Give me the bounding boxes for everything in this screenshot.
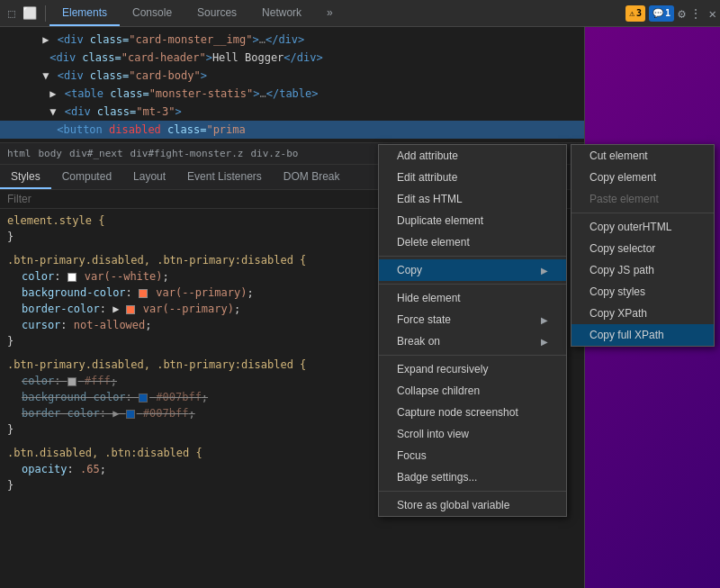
tree-line[interactable]: ▶ <div class="card-monster__img">…</div> (0, 31, 584, 49)
sub-copy-full-xpath[interactable]: Copy full XPath (572, 324, 714, 346)
tab-styles[interactable]: Styles (0, 165, 51, 189)
filter-input[interactable] (7, 193, 187, 205)
ctx-force-state-label: Force state (397, 313, 451, 326)
html-tree: ▶ <div class="card-monster__img">…</div>… (0, 27, 584, 143)
message-icon: 💬 (652, 8, 663, 18)
ctx-separator-3 (379, 355, 566, 356)
breadcrumb-next[interactable]: div#_next (69, 148, 123, 159)
tab-sources[interactable]: Sources (184, 0, 249, 26)
ctx-add-attribute[interactable]: Add attribute (379, 145, 566, 167)
breadcrumb-zbo[interactable]: div.z-bo (250, 148, 298, 159)
sub-copy-outerhtml[interactable]: Copy outerHTML (572, 216, 714, 238)
ctx-capture-screenshot[interactable]: Capture node screenshot (379, 402, 566, 423)
context-menu[interactable]: Add attribute Edit attribute Edit as HTM… (378, 144, 567, 517)
copy-submenu[interactable]: Cut element Copy element Paste element C… (571, 144, 715, 347)
ctx-expand-recursively[interactable]: Expand recursively (379, 358, 566, 380)
tree-line[interactable]: <div class="card-header">Hell Bogger</di… (0, 49, 584, 67)
warning-badge[interactable]: ⚠ 3 (626, 5, 645, 22)
ctx-break-on-label: Break on (397, 335, 440, 348)
ctx-store-global[interactable]: Store as global variable (379, 494, 566, 516)
ctx-break-on-arrow: ▶ (541, 337, 548, 347)
ctx-separator-2 (379, 284, 566, 285)
ctx-focus[interactable]: Focus (379, 445, 566, 466)
ctx-duplicate[interactable]: Duplicate element (379, 210, 566, 231)
tree-line[interactable]: ▶ <table class="monster-statis">…</table… (0, 85, 584, 103)
ctx-badge-settings[interactable]: Badge settings... (379, 466, 566, 488)
more-options-icon[interactable]: ⋮ (689, 6, 702, 21)
toolbar-actions: ⚠ 3 💬 1 ⚙ ⋮ ✕ (626, 5, 716, 22)
inspect-icon[interactable]: ⬚ (4, 5, 20, 22)
sub-cut-element[interactable]: Cut element (572, 145, 714, 167)
ctx-delete[interactable]: Delete element (379, 231, 566, 253)
tab-network[interactable]: Network (249, 0, 314, 26)
toolbar-icons: ⬚ ⬜ (4, 5, 46, 22)
sub-copy-styles[interactable]: Copy styles (572, 281, 714, 303)
sub-copy-xpath[interactable]: Copy XPath (572, 303, 714, 324)
tab-more[interactable]: » (314, 0, 346, 26)
breadcrumb-body[interactable]: body (39, 148, 63, 159)
toolbar-tabs: Elements Console Sources Network » (50, 0, 346, 26)
ctx-edit-attribute[interactable]: Edit attribute (379, 167, 566, 188)
devtools-panel: ▶ <div class="card-monster__img">…</div>… (0, 27, 585, 588)
message-count: 1 (665, 8, 670, 18)
ctx-force-state-arrow: ▶ (541, 315, 548, 325)
sub-copy-selector[interactable]: Copy selector (572, 238, 714, 259)
sub-separator-1 (572, 213, 714, 213)
devtools-toolbar: ⬚ ⬜ Elements Console Sources Network » ⚠… (0, 0, 720, 27)
ctx-edit-html[interactable]: Edit as HTML (379, 188, 566, 210)
warning-icon: ⚠ (629, 8, 634, 18)
close-icon[interactable]: ✕ (709, 6, 716, 21)
settings-icon[interactable]: ⚙ (678, 6, 685, 21)
breadcrumb-html[interactable]: html (7, 148, 32, 159)
tree-line-selected[interactable]: <button disabled class="prima (0, 121, 584, 139)
breadcrumb-fight[interactable]: div#fight-monster.z (130, 148, 244, 159)
tree-line[interactable]: ▼ <div class="card-body"> (0, 67, 584, 85)
tab-elements[interactable]: Elements (50, 0, 120, 26)
ctx-scroll-into-view[interactable]: Scroll into view (379, 423, 566, 445)
ctx-collapse-children[interactable]: Collapse children (379, 380, 566, 402)
tab-event-listeners[interactable]: Event Listeners (176, 165, 273, 189)
tree-line[interactable]: ▼ <div class="mt-3"> (0, 103, 584, 121)
message-badge[interactable]: 💬 1 (649, 5, 674, 22)
ctx-break-on[interactable]: Break on ▶ (379, 330, 566, 352)
ctx-separator-4 (379, 491, 566, 492)
ctx-force-state[interactable]: Force state ▶ (379, 309, 566, 330)
sub-copy-js-path[interactable]: Copy JS path (572, 259, 714, 281)
sub-copy-element[interactable]: Copy element (572, 167, 714, 188)
ctx-hide[interactable]: Hide element (379, 287, 566, 309)
main-layout: ▶ <div class="card-monster__img">…</div>… (0, 27, 720, 588)
tab-console[interactable]: Console (120, 0, 184, 26)
tab-layout[interactable]: Layout (122, 165, 176, 189)
tab-dom-breakpoints[interactable]: DOM Break (273, 165, 351, 189)
ctx-separator-1 (379, 256, 566, 257)
warning-count: 3 (636, 8, 642, 18)
ctx-copy-arrow: ▶ (541, 266, 548, 276)
sub-paste-element[interactable]: Paste element (572, 188, 714, 210)
ctx-copy[interactable]: Copy ▶ (379, 259, 566, 281)
ctx-copy-label: Copy (397, 264, 422, 276)
tab-computed[interactable]: Computed (51, 165, 122, 189)
device-icon[interactable]: ⬜ (22, 5, 38, 22)
